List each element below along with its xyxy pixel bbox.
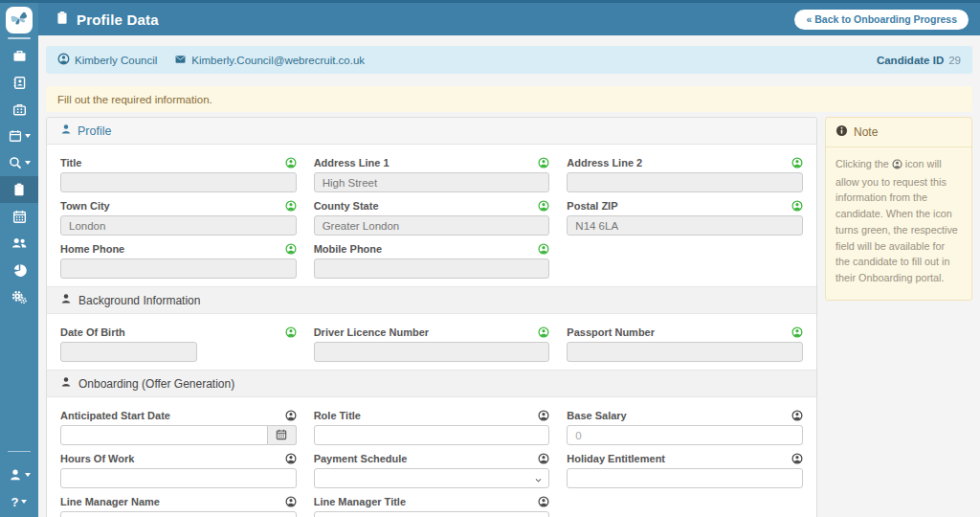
briefcase-icon bbox=[12, 49, 27, 63]
calendar-icon bbox=[276, 427, 287, 444]
county-state-input bbox=[314, 215, 550, 236]
sidebar: ? bbox=[0, 0, 38, 517]
top-border bbox=[0, 0, 980, 3]
content-area: Kimberly Council Kimberly.Council@webrec… bbox=[38, 35, 980, 517]
request-info-icon[interactable] bbox=[285, 453, 297, 464]
caret-down-icon bbox=[21, 500, 27, 504]
request-info-icon[interactable] bbox=[285, 200, 297, 212]
sidebar-item-contacts[interactable] bbox=[0, 69, 38, 96]
app-logo[interactable] bbox=[0, 0, 38, 42]
candidate-id: Candidate ID 29 bbox=[877, 55, 961, 66]
field-passport-number: Passport Number bbox=[567, 326, 803, 362]
cogs-icon bbox=[11, 289, 27, 304]
sidebar-item-jobs[interactable] bbox=[0, 42, 38, 69]
caret-down-icon bbox=[25, 161, 31, 165]
envelope-icon bbox=[174, 54, 187, 67]
back-to-onboarding-button[interactable]: « Back to Onboarding Progress bbox=[794, 10, 969, 30]
user-icon bbox=[60, 124, 72, 138]
mobile-phone-input bbox=[314, 258, 550, 279]
field-payment-schedule: Payment Schedule bbox=[314, 452, 550, 488]
sidebar-item-candidates[interactable] bbox=[0, 230, 38, 257]
field-line-manager-title: Line Manager Title bbox=[314, 495, 550, 517]
field-label: Passport Number bbox=[567, 326, 655, 338]
field-mobile-phone: Mobile Phone bbox=[314, 242, 550, 279]
field-label: Address Line 2 bbox=[567, 157, 642, 169]
field-driver-licence-number: Driver Licence Number bbox=[314, 326, 550, 362]
request-info-icon[interactable] bbox=[538, 157, 549, 169]
candidate-info-bar: Kimberly Council Kimberly.Council@webrec… bbox=[46, 46, 972, 74]
field-address-line-2: Address Line 2 bbox=[567, 156, 803, 192]
request-info-icon[interactable] bbox=[285, 496, 297, 507]
line-manager-name-input[interactable] bbox=[60, 511, 297, 517]
request-info-icon[interactable] bbox=[791, 453, 803, 464]
pie-chart-icon bbox=[12, 263, 27, 278]
field-label: Postal ZIP bbox=[567, 200, 617, 212]
request-info-icon[interactable] bbox=[285, 410, 297, 421]
request-info-icon[interactable] bbox=[538, 200, 549, 212]
anticipated-start-date-input[interactable] bbox=[60, 425, 268, 445]
request-info-icon[interactable] bbox=[791, 326, 803, 338]
onboarding-offer-generation-heading: Onboarding (Offer Generation) bbox=[47, 370, 816, 397]
request-info-icon[interactable] bbox=[538, 453, 549, 464]
field-holiday-entitlement: Holiday Entitlement bbox=[567, 452, 803, 488]
request-info-icon[interactable] bbox=[285, 157, 297, 169]
field-anticipated-start-date: Anticipated Start Date bbox=[60, 409, 297, 445]
request-info-icon[interactable] bbox=[538, 243, 549, 255]
calendar-grid-icon bbox=[12, 210, 27, 224]
user-circle-icon bbox=[57, 53, 70, 67]
required-info-alert: Fill out the required information. bbox=[46, 86, 972, 112]
field-label: Town City bbox=[60, 200, 110, 212]
field-base-salary: Base Salary bbox=[567, 409, 803, 445]
role-title-input[interactable] bbox=[314, 425, 550, 445]
sidebar-item-account-menu[interactable] bbox=[0, 461, 38, 488]
chevron-down-icon bbox=[534, 475, 543, 486]
request-info-icon[interactable] bbox=[285, 243, 297, 255]
note-text: Clicking the icon will allow you to requ… bbox=[826, 147, 971, 300]
user-icon bbox=[9, 468, 22, 482]
field-line-manager-name: Line Manager Name bbox=[60, 495, 297, 517]
field-label: Role Title bbox=[314, 410, 361, 421]
sidebar-item-schedule-menu[interactable] bbox=[0, 123, 38, 149]
line-manager-title-input[interactable] bbox=[314, 511, 550, 517]
sidebar-item-settings[interactable] bbox=[0, 283, 38, 310]
info-circle-icon bbox=[835, 124, 848, 140]
holiday-entitlement-input[interactable] bbox=[567, 468, 803, 488]
candidate-email: Kimberly.Council@webrecruit.co.uk bbox=[174, 54, 365, 67]
base-salary-input[interactable] bbox=[567, 425, 803, 445]
home-phone-input bbox=[60, 258, 297, 279]
field-label: County State bbox=[314, 200, 379, 212]
field-label: Hours Of Work bbox=[60, 453, 134, 464]
payment-schedule-select[interactable] bbox=[314, 468, 550, 488]
driver-licence-number-input bbox=[314, 342, 550, 362]
page-header: Profile Data « Back to Onboarding Progre… bbox=[38, 0, 980, 35]
field-label: Anticipated Start Date bbox=[60, 410, 170, 421]
sidebar-item-search-menu[interactable] bbox=[0, 149, 38, 176]
hours-of-work-input[interactable] bbox=[60, 468, 297, 488]
field-label: Title bbox=[60, 157, 81, 169]
request-info-icon[interactable] bbox=[538, 326, 549, 338]
request-info-icon[interactable] bbox=[791, 410, 803, 421]
request-info-icon[interactable] bbox=[538, 496, 549, 507]
field-address-line-1: Address Line 1 bbox=[314, 156, 550, 192]
datepicker-button[interactable] bbox=[268, 425, 297, 445]
calendar-icon bbox=[9, 129, 22, 143]
sidebar-item-calendar[interactable] bbox=[0, 203, 38, 230]
sidebar-divider bbox=[8, 451, 31, 452]
sidebar-item-profile-data[interactable] bbox=[0, 176, 38, 203]
sidebar-item-help-menu[interactable]: ? bbox=[0, 488, 38, 515]
background-information-heading: Background Information bbox=[47, 286, 816, 314]
caret-down-icon bbox=[25, 473, 31, 477]
request-info-icon[interactable] bbox=[791, 200, 803, 212]
request-info-icon[interactable] bbox=[538, 410, 549, 421]
sidebar-item-reports[interactable] bbox=[0, 257, 38, 283]
request-info-icon[interactable] bbox=[791, 157, 803, 169]
note-panel: Note Clicking the icon will allow you to… bbox=[825, 117, 972, 301]
search-icon bbox=[9, 156, 22, 169]
sidebar-item-portfolio[interactable] bbox=[0, 96, 38, 123]
request-info-icon[interactable] bbox=[285, 326, 297, 338]
field-date-of-birth: Date Of Birth bbox=[60, 326, 297, 362]
address-line-1-input bbox=[314, 172, 550, 192]
work-bag-icon bbox=[12, 102, 27, 117]
field-role-title: Role Title bbox=[314, 409, 550, 445]
field-label: Base Salary bbox=[567, 410, 626, 421]
